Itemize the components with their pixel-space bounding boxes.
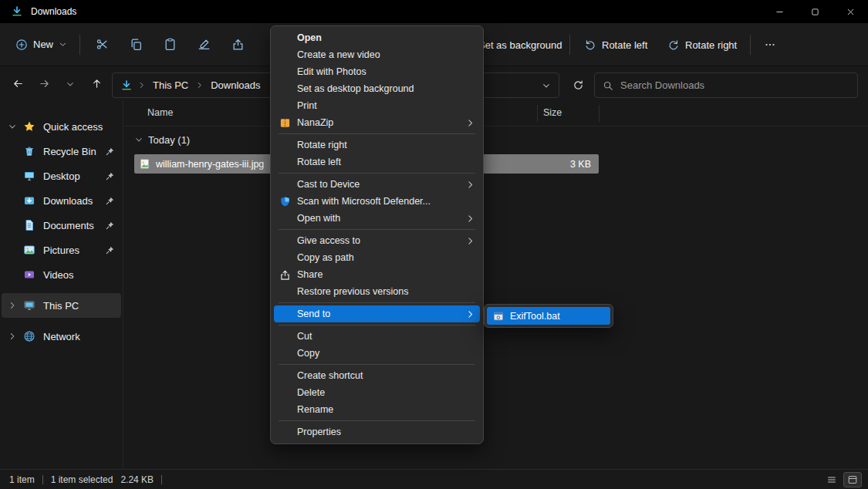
menu-item-label: Copy [297,348,319,359]
pin-icon [105,245,115,255]
column-headers: Name Size [123,100,868,126]
recent-locations-button[interactable] [57,72,83,96]
cut-icon [96,38,109,51]
menu-separator [279,173,475,174]
new-button[interactable]: New [8,33,75,56]
menu-item-cut[interactable]: Cut [274,328,480,345]
statusbar: 1 item 1 item selected 2.24 KB [0,469,868,489]
forward-button[interactable] [31,72,57,96]
menu-item-restore-previous-versions[interactable]: Restore previous versions [274,283,480,300]
menu-item-rotate-left[interactable]: Rotate left [274,153,480,170]
rotate-right-icon [667,39,680,51]
sidebar-item-network[interactable]: Network [2,324,121,349]
menu-item-rotate-right[interactable]: Rotate right [274,137,480,153]
list-view-button[interactable] [822,472,841,487]
menu-item-rename[interactable]: Rename [274,401,480,418]
copy-button[interactable] [119,30,153,59]
toolbar-action-buttons [85,30,255,59]
menu-item-open-with[interactable]: Open with [274,210,480,227]
image-file-icon [139,158,150,170]
menu-item-copy[interactable]: Copy [274,345,480,362]
sidebar-item-pictures[interactable]: Pictures [2,238,121,262]
menu-item-icon-slot [279,179,291,191]
back-icon [12,78,24,89]
column-divider[interactable] [599,105,599,122]
sidebar-item-recycle-bin[interactable]: Recycle Bin [2,139,121,164]
menu-separator [279,133,475,134]
menu-item-properties[interactable]: Properties [274,423,480,440]
sidebar-item-videos[interactable]: Videos [2,262,121,287]
close-button[interactable] [833,0,868,23]
search-input[interactable] [620,79,849,91]
menu-item-scan-with-microsoft-defender[interactable]: Scan with Microsoft Defender... [274,193,480,210]
breadcrumb-downloads[interactable]: Downloads [208,79,262,91]
toolbar-divider [750,35,751,55]
chevron-right-icon [195,81,204,89]
sidebar: Quick accessRecycle BinDesktopDownloadsD… [0,100,123,469]
refresh-button[interactable] [566,73,590,98]
chevron-down-icon[interactable] [542,81,551,90]
pictures-icon [23,244,35,256]
sidebar-item-desktop[interactable]: Desktop [2,164,121,188]
menu-item-set-as-desktop-background[interactable]: Set as desktop background [274,80,480,97]
sidebar-expander[interactable] [8,332,23,341]
group-header-today[interactable]: Today (1) [123,130,190,150]
column-header-size[interactable]: Size [543,107,562,118]
rotate-left-button[interactable]: Rotate left [577,30,654,59]
sidebar-item-documents[interactable]: Documents [2,213,121,238]
paste-button[interactable] [153,30,187,59]
sidebar-expander[interactable] [8,122,23,131]
sidebar-expander[interactable] [8,301,23,310]
menu-item-icon-slot [279,427,291,438]
sidebar-item-label: Quick access [43,121,103,133]
menu-item-open[interactable]: Open [274,29,480,46]
menu-item-send-to[interactable]: Send to [274,305,480,322]
close-icon [846,7,856,17]
menu-item-cast-to-device[interactable]: Cast to Device [274,176,480,193]
star-icon [23,120,35,133]
maximize-button[interactable] [797,0,833,23]
menu-item-nanazip[interactable]: NanaZip [274,114,480,131]
rotate-right-label: Rotate right [685,39,737,51]
menu-item-icon-slot [279,140,291,151]
sidebar-item-quick-access[interactable]: Quick access [2,114,121,139]
column-divider[interactable] [537,105,538,122]
back-button[interactable] [5,72,31,96]
menu-item-copy-as-path[interactable]: Copy as path [274,249,480,266]
search-box[interactable] [594,73,858,98]
rotate-right-button[interactable]: Rotate right [660,30,744,59]
menu-item-create-shortcut[interactable]: Create shortcut [274,367,480,384]
menu-item-give-access-to[interactable]: Give access to [274,232,480,249]
rename-button[interactable] [187,30,221,59]
sidebar-item-this-pc[interactable]: This PC [2,293,121,318]
pin-indicator [105,147,115,157]
menu-item-delete[interactable]: Delete [274,384,480,401]
chevron-right-icon [8,301,17,310]
menu-item-icon-slot [279,370,291,382]
paste-icon [164,38,177,51]
forward-icon [39,78,50,89]
plus-icon [15,39,28,51]
menu-item-label: Properties [297,427,341,437]
pin-indicator [105,196,115,206]
menu-item-create-a-new-video[interactable]: Create a new video [274,46,480,63]
see-more-button[interactable] [757,32,783,58]
menu-item-icon-slot [279,387,291,399]
up-button[interactable] [83,72,110,96]
pin-icon [105,196,115,206]
menu-item-label: Open [297,32,322,43]
minimize-button[interactable] [762,0,797,23]
rotate-left-label: Rotate left [602,39,647,51]
sidebar-item-downloads[interactable]: Downloads [2,188,121,213]
share-button[interactable] [221,30,255,59]
column-header-name[interactable]: Name [147,107,173,118]
submenu-item-exiftool-bat[interactable]: ExifTool.bat [487,307,610,325]
pin-icon [105,147,115,157]
menu-item-share[interactable]: Share [274,266,480,283]
chevron-down-icon [66,79,75,89]
thumbnail-view-button[interactable] [843,472,862,487]
menu-item-edit-with-photos[interactable]: Edit with Photos [274,63,480,80]
menu-item-print[interactable]: Print [274,97,480,114]
cut-button[interactable] [85,30,119,59]
breadcrumb-this-pc[interactable]: This PC [150,79,191,91]
